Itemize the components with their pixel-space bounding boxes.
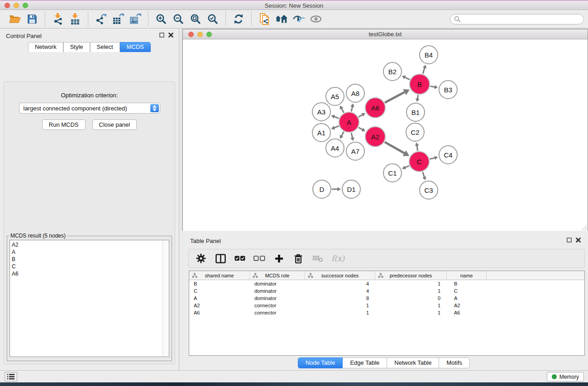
graph-node-A4[interactable]: A4 <box>325 138 344 157</box>
search-icon <box>454 16 461 23</box>
memory-button[interactable]: Memory <box>547 372 584 381</box>
graph-node-A8[interactable]: A8 <box>346 84 365 103</box>
result-item[interactable]: A2 <box>12 241 161 248</box>
resize-grip[interactable] <box>581 224 587 230</box>
table-toolbar: f(x) <box>188 249 585 268</box>
graph-node-A6[interactable]: A6 <box>365 97 386 118</box>
column-header-predecessor-nodes[interactable]: predecessor nodes <box>375 271 447 280</box>
application-window: Session: New Session <box>0 0 588 386</box>
tab-motifs[interactable]: Motifs <box>439 357 470 368</box>
graph-node-C4[interactable]: C4 <box>439 145 458 164</box>
tab-network[interactable]: Network <box>28 42 63 52</box>
table-row[interactable]: A2connector11A2 <box>189 302 584 309</box>
table-cell: A <box>447 295 487 301</box>
import-network-icon[interactable] <box>52 13 64 25</box>
columns-icon[interactable] <box>215 253 226 264</box>
table-cell: 1 <box>305 303 375 308</box>
gear-icon[interactable] <box>195 253 207 264</box>
graph-node-D[interactable]: D <box>312 180 331 199</box>
graph-node-B[interactable]: B <box>409 74 430 95</box>
tab-style[interactable]: Style <box>63 42 90 52</box>
graph-node-C2[interactable]: C2 <box>406 123 425 142</box>
tab-mcds[interactable]: MCDS <box>120 42 151 52</box>
float-panel-icon[interactable] <box>159 33 164 38</box>
criterion-dropdown[interactable]: largest connected component (directed) <box>19 103 160 114</box>
result-item[interactable]: A <box>12 248 161 256</box>
refresh-icon[interactable] <box>232 13 245 25</box>
table-row[interactable]: Adominator80A <box>189 295 584 302</box>
graph-node-A1[interactable]: A1 <box>312 123 331 142</box>
delete-table-icon[interactable] <box>312 253 324 264</box>
zoom-out-icon[interactable] <box>172 13 185 25</box>
open-session-icon[interactable] <box>9 13 21 25</box>
result-item[interactable]: C <box>12 263 161 270</box>
graph-node-A5[interactable]: A5 <box>325 87 344 106</box>
result-scrollbar[interactable] <box>163 240 169 357</box>
graph-node-D1[interactable]: D1 <box>342 180 361 199</box>
select-all-icon[interactable] <box>234 253 246 264</box>
close-panel-button[interactable]: Close panel <box>92 119 137 130</box>
graph-node-A2[interactable]: A2 <box>365 126 386 147</box>
optimization-criterion-label: Optimization criterion: <box>4 92 175 99</box>
close-panel-icon[interactable] <box>168 33 173 38</box>
result-item[interactable]: A6 <box>12 270 161 277</box>
task-history-button[interactable] <box>5 372 17 381</box>
export-table-icon[interactable] <box>112 13 124 25</box>
table-cell: 4 <box>305 281 375 286</box>
graph-node-A3[interactable]: A3 <box>312 102 331 121</box>
result-item[interactable]: B <box>12 256 161 263</box>
node-table-body: Bdominator41BCdominator41CAdominator80AA… <box>189 280 584 316</box>
run-mcds-button[interactable]: Run MCDS <box>42 119 86 130</box>
tab-node-table[interactable]: Node Table <box>298 357 343 368</box>
table-row[interactable]: A6connector11A6 <box>189 309 584 316</box>
control-panel-header: Control Panel <box>0 29 179 42</box>
graph-node-B1[interactable]: B1 <box>406 103 425 122</box>
global-search[interactable] <box>450 14 584 24</box>
zoom-in-icon[interactable] <box>155 13 167 25</box>
search-input[interactable] <box>461 16 574 23</box>
column-header-successor-nodes[interactable]: successor nodes <box>305 271 375 280</box>
mcds-result-list[interactable]: A2ABCA6 <box>10 240 169 357</box>
show-hide-style-icon[interactable] <box>292 13 305 25</box>
column-header-name[interactable]: name <box>447 271 487 280</box>
add-column-icon[interactable] <box>273 253 285 264</box>
clone-network-icon[interactable] <box>258 13 271 25</box>
tab-network-table[interactable]: Network Table <box>387 357 439 368</box>
graph-node-C1[interactable]: C1 <box>383 163 402 182</box>
network-window-titlebar[interactable]: testGlobe.txt <box>183 29 588 39</box>
desktop-background <box>0 382 588 386</box>
graph-node-A7[interactable]: A7 <box>346 142 365 161</box>
column-header-MCDS-role[interactable]: MCDS role <box>250 271 305 280</box>
tab-edge-table[interactable]: Edge Table <box>343 357 387 368</box>
function-builder-icon[interactable]: f(x) <box>331 254 344 263</box>
graph-node-C3[interactable]: C3 <box>419 181 438 200</box>
show-hide-eye-icon[interactable] <box>310 13 322 25</box>
tab-select[interactable]: Select <box>90 42 120 52</box>
import-table-icon[interactable] <box>69 13 81 25</box>
graph-node-B2[interactable]: B2 <box>383 62 402 81</box>
graph-node-B3[interactable]: B3 <box>439 80 458 99</box>
node-table-header: shared nameMCDS rolesuccessor nodesprede… <box>189 271 584 280</box>
float-table-panel-icon[interactable] <box>567 238 572 243</box>
graph-node-B4[interactable]: B4 <box>419 45 438 64</box>
save-session-icon[interactable] <box>26 13 38 25</box>
deselect-all-icon[interactable] <box>253 253 265 264</box>
graph-node-C[interactable]: C <box>409 151 430 172</box>
zoom-selected-icon[interactable] <box>206 13 219 25</box>
mcds-result-group: MCDS result (5 nodes) A2ABCA6 <box>7 236 172 361</box>
home-views-icon[interactable] <box>275 13 288 25</box>
dropdown-stepper-icon <box>150 104 159 112</box>
table-cell: dominator <box>250 288 305 294</box>
table-row[interactable]: Bdominator41B <box>189 280 584 287</box>
memory-label: Memory <box>559 374 579 380</box>
delete-icon[interactable] <box>292 253 304 264</box>
network-canvas[interactable]: AA1A2A3A4A5A6A7A8BB1B2B3B4CC1C2C3C4DD1 <box>183 39 588 231</box>
close-table-panel-icon[interactable] <box>576 238 581 243</box>
zoom-fit-icon[interactable] <box>189 13 202 25</box>
table-cell: dominator <box>250 295 305 301</box>
table-row[interactable]: Cdominator41C <box>189 287 584 295</box>
export-image-icon[interactable] <box>129 13 142 25</box>
column-header-shared-name[interactable]: shared name <box>189 271 250 280</box>
graph-node-A[interactable]: A <box>339 112 359 133</box>
export-network-icon[interactable] <box>95 13 107 25</box>
